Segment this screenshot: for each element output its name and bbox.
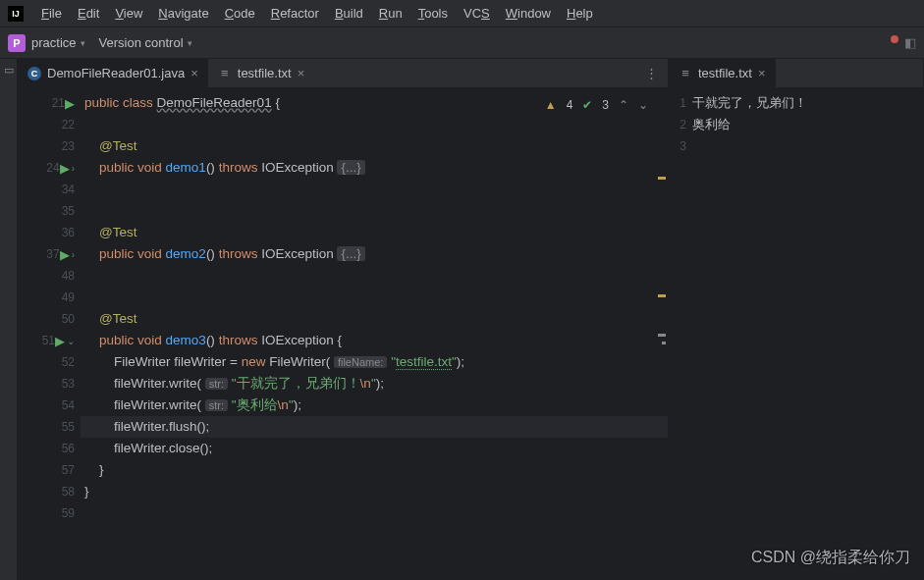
warning-mark[interactable] (658, 294, 666, 297)
text-content[interactable]: 干就完了，兄弟们！奥利给 (692, 88, 923, 580)
code-editor[interactable]: 21▶222324▶›34353637▶›48495051▶⌄525354555… (18, 88, 668, 580)
line-number: 36 (51, 226, 75, 239)
version-control-selector[interactable]: Version control▾ (99, 35, 192, 50)
fold-icon[interactable]: ⌄ (67, 336, 75, 346)
menu-file[interactable]: File (33, 3, 70, 24)
menu-tools[interactable]: Tools (410, 3, 456, 24)
code-line[interactable]: fileWriter.write( str: "干就完了，兄弟们！\n"); (81, 373, 668, 395)
error-stripe[interactable] (656, 88, 668, 580)
code-line[interactable]: } (81, 481, 668, 502)
code-line[interactable]: fileWriter.flush(); (81, 416, 668, 438)
run-gutter-icon[interactable]: ▶ (60, 161, 70, 176)
line-number: 55 (51, 420, 75, 434)
prev-highlight-icon[interactable]: ⌃ (619, 94, 628, 116)
code-line[interactable] (81, 287, 668, 308)
code-line[interactable]: fileWriter.write( str: "奥利给\n"); (81, 395, 668, 416)
code-line[interactable]: public void demo3() throws IOException { (81, 330, 668, 351)
tab-label: testfile.txt (698, 66, 752, 80)
warning-count: 4 (567, 94, 573, 116)
code-line[interactable] (81, 179, 668, 200)
ok-icon: ✔ (582, 94, 592, 116)
tab-testfile.txt[interactable]: ≡testfile.txt× (669, 59, 776, 88)
menu-code[interactable]: Code (217, 3, 263, 24)
menu-build[interactable]: Build (327, 3, 371, 24)
line-number: 22 (51, 118, 75, 132)
fold-icon[interactable]: › (72, 163, 75, 174)
line-number: 2 (669, 114, 692, 135)
code-line[interactable]: FileWriter fileWriter = new FileWriter( … (81, 351, 668, 373)
line-number: 21 (41, 96, 65, 110)
menu-window[interactable]: Window (498, 3, 559, 24)
line-number: 24 (36, 161, 60, 175)
caret-mark[interactable] (658, 334, 666, 337)
mark[interactable] (662, 342, 666, 344)
inspection-widget[interactable]: ▲4 ✔3 ⌃ ⌄ (541, 92, 652, 118)
status-icon[interactable] (891, 35, 898, 43)
settings-icon[interactable]: ◧ (904, 35, 916, 50)
code-line[interactable]: @Test (81, 135, 668, 157)
project-selector[interactable]: practice▾ (31, 35, 85, 50)
tab-DemoFileReader01.java[interactable]: CDemoFileReader01.java× (18, 59, 208, 88)
code-line[interactable] (81, 265, 668, 287)
menu-help[interactable]: Help (559, 3, 601, 24)
run-gutter-icon[interactable]: ▶ (65, 96, 75, 111)
fold-icon[interactable]: › (72, 249, 75, 260)
tab-bar-right: ≡testfile.txt× (669, 59, 923, 88)
line-number: 57 (51, 463, 75, 477)
menu-edit[interactable]: Edit (70, 3, 107, 24)
code-content[interactable]: ▲4 ✔3 ⌃ ⌄ public class DemoFileReader01 … (81, 88, 668, 580)
text-editor[interactable]: 123 干就完了，兄弟们！奥利给 (669, 88, 923, 580)
line-number: 23 (51, 139, 75, 153)
gutter: 21▶222324▶›34353637▶›48495051▶⌄525354555… (18, 88, 81, 580)
code-line[interactable] (81, 502, 668, 524)
run-gutter-icon[interactable]: ▶ (60, 247, 70, 262)
editor-left: CDemoFileReader01.java×≡testfile.txt× ⋮ … (18, 59, 669, 580)
code-line[interactable]: public void demo2() throws IOException {… (81, 243, 668, 265)
menu-bar: IJ FileEditViewNavigateCodeRefactorBuild… (0, 0, 924, 27)
line-number: 49 (51, 290, 75, 304)
menu-vcs[interactable]: VCS (456, 3, 498, 24)
tab-testfile.txt[interactable]: ≡testfile.txt× (208, 59, 315, 88)
menu-refactor[interactable]: Refactor (263, 3, 327, 24)
text-line[interactable]: 奥利给 (692, 114, 923, 135)
tab-label: testfile.txt (238, 66, 292, 80)
line-number: 1 (669, 92, 692, 114)
toolbar-right: ◧ (891, 35, 916, 50)
code-line[interactable]: fileWriter.close(); (81, 438, 668, 459)
run-gutter-icon[interactable]: ▶ (55, 334, 65, 348)
menu-run[interactable]: Run (371, 3, 410, 24)
code-line[interactable]: public void demo1() throws IOException {… (81, 157, 668, 179)
code-line[interactable]: } (81, 459, 668, 481)
editor-right: ≡testfile.txt× 123 干就完了，兄弟们！奥利给 (669, 59, 924, 580)
tab-label: DemoFileReader01.java (47, 66, 185, 80)
line-number: 48 (51, 269, 75, 283)
warning-icon: ▲ (545, 94, 557, 116)
text-line[interactable] (692, 135, 923, 157)
close-tab-icon[interactable]: × (758, 66, 766, 80)
text-gutter: 123 (669, 88, 692, 580)
ide-logo: IJ (8, 6, 24, 22)
text-line[interactable]: 干就完了，兄弟们！ (692, 92, 923, 114)
tool-window-rail: ▭ (0, 59, 18, 580)
code-line[interactable] (81, 200, 668, 222)
close-tab-icon[interactable]: × (298, 66, 305, 80)
menu-navigate[interactable]: Navigate (150, 3, 216, 24)
watermark: CSDN @绕指柔给你刀 (751, 548, 910, 568)
warning-mark[interactable] (658, 177, 666, 180)
toolbar: P practice▾ Version control▾ ◧ (0, 27, 924, 59)
line-number: 37 (36, 247, 60, 261)
code-line[interactable]: @Test (81, 222, 668, 243)
line-number: 50 (51, 312, 75, 326)
next-highlight-icon[interactable]: ⌄ (638, 94, 648, 116)
text-file-icon: ≡ (679, 67, 692, 80)
code-line[interactable]: @Test (81, 308, 668, 330)
line-number: 58 (51, 485, 75, 499)
chevron-down-icon: ▾ (81, 38, 85, 48)
close-tab-icon[interactable]: × (190, 66, 198, 80)
line-number: 54 (51, 398, 75, 412)
menu-view[interactable]: View (107, 3, 150, 24)
line-number: 56 (51, 442, 75, 455)
project-tool-icon[interactable]: ▭ (2, 63, 16, 77)
line-number: 35 (51, 204, 75, 218)
tab-actions-icon[interactable]: ⋮ (635, 66, 668, 80)
